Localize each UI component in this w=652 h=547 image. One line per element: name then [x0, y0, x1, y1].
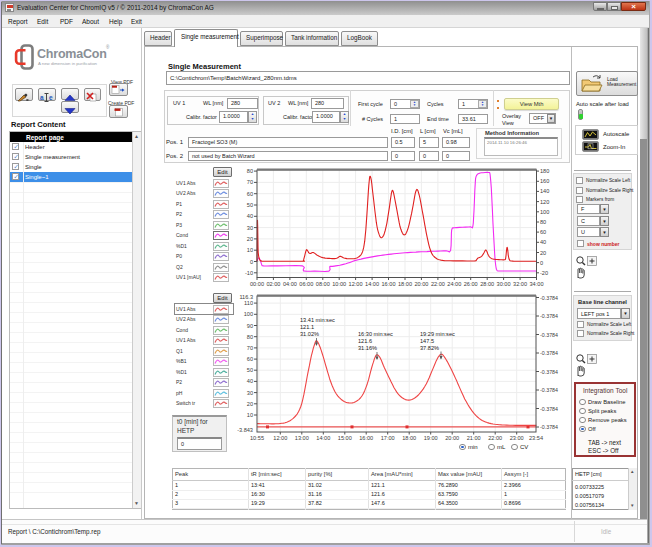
- svg-text:116.3: 116.3: [239, 294, 253, 300]
- svg-text:02:00: 02:00: [266, 281, 280, 287]
- svg-text:®: ®: [106, 44, 110, 50]
- svg-text:-0.3784: -0.3784: [540, 369, 558, 375]
- svg-text:10:00: 10:00: [332, 281, 346, 287]
- svg-text:-0.3784: -0.3784: [540, 387, 558, 393]
- svg-text:06:00: 06:00: [299, 281, 313, 287]
- svg-text:30: 30: [247, 390, 253, 396]
- svg-text:100: 100: [540, 209, 549, 215]
- svg-text:110: 110: [244, 300, 253, 306]
- svg-text:-0.3784: -0.3784: [540, 313, 558, 319]
- svg-text:e: e: [49, 94, 53, 101]
- svg-text:00:00: 00:00: [250, 281, 264, 287]
- svg-text:18:00: 18:00: [402, 435, 416, 441]
- svg-text:22:00: 22:00: [431, 281, 445, 287]
- svg-text:90: 90: [247, 323, 253, 329]
- svg-text:60: 60: [247, 191, 253, 197]
- svg-text:70: 70: [247, 179, 253, 185]
- svg-text:a: a: [40, 94, 44, 101]
- svg-text:0: 0: [250, 259, 253, 265]
- svg-text:16:00: 16:00: [382, 281, 396, 287]
- svg-text:31.02%: 31.02%: [300, 331, 319, 337]
- svg-text:80: 80: [247, 334, 253, 340]
- svg-text:14:00: 14:00: [316, 435, 330, 441]
- svg-text:50: 50: [247, 367, 253, 373]
- svg-text:26:00: 26:00: [464, 281, 478, 287]
- svg-text:80: 80: [247, 168, 253, 174]
- svg-text:-10: -10: [245, 270, 253, 276]
- svg-text:37.82%: 37.82%: [420, 345, 439, 351]
- svg-text:-0.3784: -0.3784: [540, 332, 558, 338]
- svg-text:21:00: 21:00: [467, 435, 481, 441]
- svg-text:-0.3784: -0.3784: [540, 295, 558, 301]
- svg-text:147.5: 147.5: [420, 338, 434, 344]
- svg-text:30:00: 30:00: [497, 281, 511, 287]
- svg-text:10:55: 10:55: [250, 435, 264, 441]
- svg-text:13.41 min:sec: 13.41 min:sec: [300, 317, 335, 323]
- svg-text:40: 40: [247, 378, 253, 384]
- svg-text:19:29 min:sec: 19:29 min:sec: [420, 331, 455, 337]
- svg-text:18:00: 18:00: [398, 281, 412, 287]
- svg-text:20: 20: [247, 401, 253, 407]
- svg-text:-0.3784: -0.3784: [540, 424, 558, 430]
- svg-text:20: 20: [247, 236, 253, 242]
- svg-text:20:00: 20:00: [445, 435, 459, 441]
- svg-text:180: 180: [540, 168, 549, 174]
- svg-text:12:00: 12:00: [273, 435, 287, 441]
- svg-text:15:00: 15:00: [338, 435, 352, 441]
- svg-text:ChromaCon: ChromaCon: [37, 47, 107, 61]
- svg-text:70: 70: [247, 345, 253, 351]
- svg-text:121.6: 121.6: [358, 338, 372, 344]
- svg-text:40: 40: [247, 213, 253, 219]
- svg-text:13:00: 13:00: [295, 435, 309, 441]
- svg-text:31.16%: 31.16%: [358, 345, 377, 351]
- svg-text:08:00: 08:00: [316, 281, 330, 287]
- svg-text:40: 40: [540, 239, 546, 245]
- svg-text:24:00: 24:00: [447, 281, 461, 287]
- svg-text:A new dimension in purificatio: A new dimension in purification: [38, 61, 98, 66]
- svg-text:10: 10: [247, 247, 253, 253]
- svg-text:-0.3784: -0.3784: [540, 406, 558, 412]
- svg-text:23:00: 23:00: [510, 435, 524, 441]
- svg-text:19:00: 19:00: [424, 435, 438, 441]
- svg-text:23:54: 23:54: [529, 435, 543, 441]
- svg-text:28:00: 28:00: [480, 281, 494, 287]
- svg-text:20: 20: [540, 250, 546, 256]
- svg-text:32:00: 32:00: [513, 281, 527, 287]
- svg-text:17:00: 17:00: [381, 435, 395, 441]
- svg-text:160: 160: [540, 178, 549, 184]
- svg-text:34:00: 34:00: [530, 281, 544, 287]
- svg-text:-3.843: -3.843: [237, 427, 253, 433]
- svg-text:16:30 min:sec: 16:30 min:sec: [358, 331, 393, 337]
- svg-text:121.1: 121.1: [300, 324, 314, 330]
- svg-text:20:00: 20:00: [414, 281, 428, 287]
- svg-text:-20: -20: [540, 270, 548, 276]
- svg-text:-0.3784: -0.3784: [540, 350, 558, 356]
- svg-text:100: 100: [244, 311, 253, 317]
- svg-text:16:00: 16:00: [359, 435, 373, 441]
- svg-text:80: 80: [540, 219, 546, 225]
- svg-text:120: 120: [540, 199, 549, 205]
- svg-text:30: 30: [247, 225, 253, 231]
- svg-text:04:00: 04:00: [283, 281, 297, 287]
- svg-text:22:00: 22:00: [488, 435, 502, 441]
- svg-text:10: 10: [247, 412, 253, 418]
- svg-text:14:00: 14:00: [365, 281, 379, 287]
- svg-text:60: 60: [540, 229, 546, 235]
- svg-text:12:00: 12:00: [349, 281, 363, 287]
- svg-text:50: 50: [247, 202, 253, 208]
- svg-text:60: 60: [247, 356, 253, 362]
- svg-text:140: 140: [540, 188, 549, 194]
- svg-text:0: 0: [540, 260, 543, 266]
